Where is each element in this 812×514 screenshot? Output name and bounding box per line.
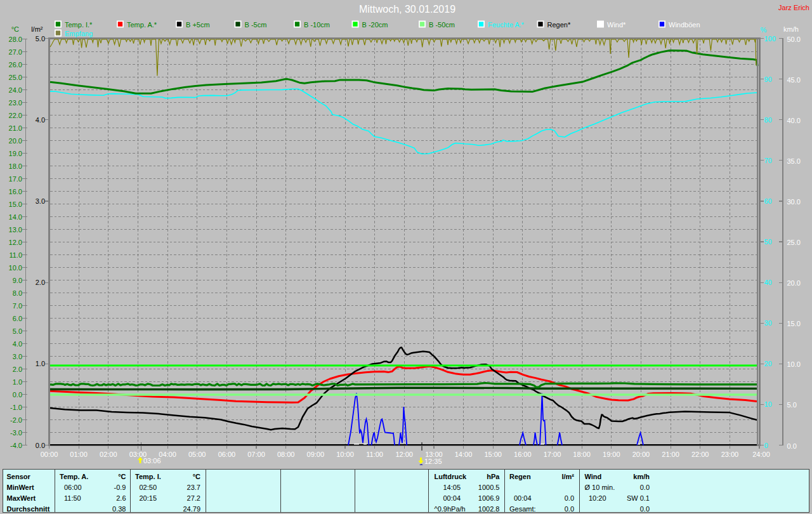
svg-text:06:00: 06:00 xyxy=(218,451,236,458)
svg-text:18.0: 18.0 xyxy=(9,162,22,170)
svg-text:-2.0: -2.0 xyxy=(10,416,22,424)
svg-text:25.0: 25.0 xyxy=(787,239,801,246)
svg-text:Jarz Erich: Jarz Erich xyxy=(778,4,809,11)
svg-text:Temp. A.*: Temp. A.* xyxy=(127,21,157,29)
svg-text:0.0: 0.0 xyxy=(13,391,22,399)
svg-text:24:00: 24:00 xyxy=(752,451,770,458)
svg-text:40.0: 40.0 xyxy=(787,117,801,124)
svg-text:00:04: 00:04 xyxy=(514,494,532,502)
svg-text:B +5cm: B +5cm xyxy=(186,21,210,29)
svg-text:70: 70 xyxy=(764,157,772,164)
svg-text:17:00: 17:00 xyxy=(544,451,561,458)
svg-text:Luftdruck: Luftdruck xyxy=(435,473,468,480)
svg-text:30.0: 30.0 xyxy=(787,198,801,206)
svg-text:17.0: 17.0 xyxy=(9,175,22,183)
svg-text:15:00: 15:00 xyxy=(484,451,502,458)
svg-text:0.38: 0.38 xyxy=(112,505,126,513)
svg-text:21.0: 21.0 xyxy=(9,124,22,132)
svg-text:01:00: 01:00 xyxy=(70,451,88,458)
svg-text:Durchschnitt: Durchschnitt xyxy=(7,505,50,513)
svg-text:1002.8: 1002.8 xyxy=(478,505,500,513)
svg-text:0.0: 0.0 xyxy=(565,505,574,513)
svg-text:00:04: 00:04 xyxy=(443,494,461,502)
svg-text:8.0: 8.0 xyxy=(13,289,22,297)
svg-text:0.0: 0.0 xyxy=(36,442,45,449)
svg-text:04:00: 04:00 xyxy=(159,451,176,458)
svg-text:35.0: 35.0 xyxy=(787,157,801,165)
svg-text:50.0: 50.0 xyxy=(787,36,801,43)
svg-text:10: 10 xyxy=(764,400,772,408)
svg-text:60: 60 xyxy=(764,197,772,205)
svg-text:14:05: 14:05 xyxy=(443,484,461,491)
svg-text:7.0: 7.0 xyxy=(13,302,22,310)
svg-text:MinWert: MinWert xyxy=(7,484,35,491)
svg-text:27.0: 27.0 xyxy=(9,48,22,56)
svg-text:°C: °C xyxy=(118,473,126,480)
svg-text:1.0: 1.0 xyxy=(36,360,45,367)
svg-text:16:00: 16:00 xyxy=(514,451,532,458)
svg-text:20: 20 xyxy=(764,360,772,367)
svg-text:15.0: 15.0 xyxy=(9,201,22,208)
svg-text:4.0: 4.0 xyxy=(13,340,22,348)
svg-text:14.0: 14.0 xyxy=(9,213,22,221)
svg-text:5.0: 5.0 xyxy=(36,35,45,43)
svg-text:45.0: 45.0 xyxy=(787,76,801,84)
svg-text:05:00: 05:00 xyxy=(188,451,206,458)
svg-text:Gesamt:: Gesamt: xyxy=(509,505,536,513)
svg-text:°C: °C xyxy=(11,25,19,33)
svg-text:Feuchte A.*: Feuchte A.* xyxy=(488,21,525,29)
svg-text:16.0: 16.0 xyxy=(9,188,22,195)
svg-text:15.0: 15.0 xyxy=(787,320,801,327)
svg-text:^0.9hPa/h: ^0.9hPa/h xyxy=(435,505,466,513)
svg-text:0: 0 xyxy=(764,442,768,449)
svg-text:km/h: km/h xyxy=(633,473,650,480)
svg-text:-3.0: -3.0 xyxy=(10,429,22,437)
svg-text:14:00: 14:00 xyxy=(455,451,473,458)
svg-text:08:00: 08:00 xyxy=(277,451,295,458)
svg-text:19.0: 19.0 xyxy=(9,150,22,157)
svg-text:B -50cm: B -50cm xyxy=(429,21,455,29)
svg-text:10:20: 10:20 xyxy=(589,494,606,502)
svg-text:50: 50 xyxy=(764,238,772,246)
svg-text:B -10cm: B -10cm xyxy=(304,21,330,29)
svg-text:3.0: 3.0 xyxy=(36,197,45,205)
svg-text:23.7: 23.7 xyxy=(187,484,200,491)
svg-text:21:00: 21:00 xyxy=(662,451,679,458)
svg-text:Temp. I.*: Temp. I.* xyxy=(65,21,93,29)
svg-text:hPa: hPa xyxy=(487,473,500,480)
svg-text:1000.5: 1000.5 xyxy=(478,484,500,491)
svg-text:20:15: 20:15 xyxy=(140,494,157,502)
svg-text:24.0: 24.0 xyxy=(9,86,22,94)
svg-text:30: 30 xyxy=(764,319,772,327)
svg-text:27.2: 27.2 xyxy=(187,494,200,502)
svg-text:Windböen: Windböen xyxy=(669,21,700,29)
svg-text:00:00: 00:00 xyxy=(41,451,58,458)
svg-text:Ø 10 min.: Ø 10 min. xyxy=(585,484,615,491)
svg-text:11.0: 11.0 xyxy=(9,251,22,259)
svg-text:22:00: 22:00 xyxy=(691,451,709,458)
svg-text:12:00: 12:00 xyxy=(395,451,413,458)
svg-text:24.79: 24.79 xyxy=(183,505,200,513)
svg-text:02:50: 02:50 xyxy=(140,484,157,491)
svg-text:12:35: 12:35 xyxy=(424,458,442,465)
svg-text:Mittwoch, 30.01.2019: Mittwoch, 30.01.2019 xyxy=(359,4,455,15)
svg-text:0.0: 0.0 xyxy=(640,505,650,513)
svg-text:12.0: 12.0 xyxy=(9,239,22,246)
svg-text:B -5cm: B -5cm xyxy=(245,21,267,29)
svg-text:18:00: 18:00 xyxy=(573,451,591,458)
svg-text:10:00: 10:00 xyxy=(336,451,354,458)
svg-text:2.0: 2.0 xyxy=(36,279,45,286)
svg-text:07:00: 07:00 xyxy=(247,451,265,458)
svg-text:13.0: 13.0 xyxy=(9,226,22,234)
svg-text:Temp. A.: Temp. A. xyxy=(60,473,88,480)
svg-text:100: 100 xyxy=(764,35,776,43)
svg-text:°C: °C xyxy=(193,473,200,480)
svg-text:3.0: 3.0 xyxy=(13,353,22,360)
svg-text:%: % xyxy=(761,26,767,34)
svg-text:20:00: 20:00 xyxy=(632,451,650,458)
svg-text:22.0: 22.0 xyxy=(9,112,22,119)
svg-text:20.0: 20.0 xyxy=(787,279,801,287)
svg-text:Regen*: Regen* xyxy=(547,21,571,29)
svg-text:4.0: 4.0 xyxy=(36,116,45,124)
svg-text:-1.0: -1.0 xyxy=(10,404,22,411)
